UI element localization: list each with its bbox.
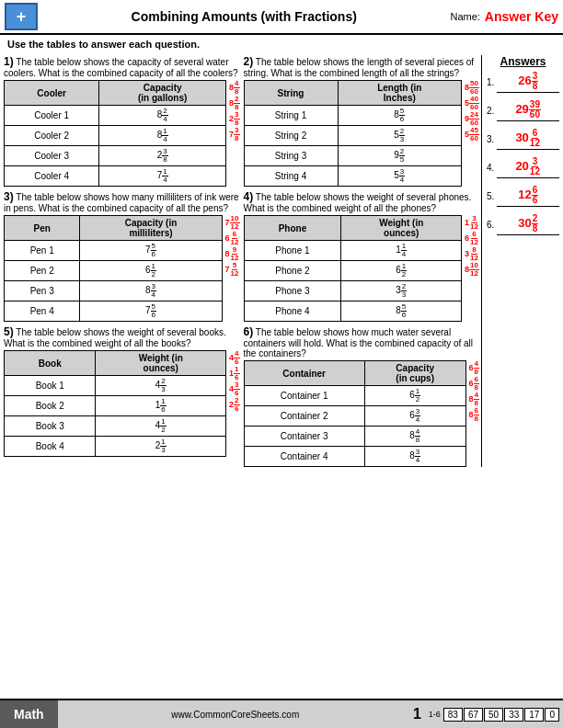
q3-table: Pen Capacity (inmilliliters) Pen 1 756 P… [4,215,223,322]
footer-page-number: 1 [413,706,421,722]
instruction-text: Use the tables to answer each question. [0,35,563,53]
name-label: Name: [450,11,479,22]
question-2: 2) The table below shows the length of s… [244,55,480,187]
stat-0: 0 [545,708,559,722]
q1-table: Cooler Capacity(in gallons) Cooler 1 824… [4,80,226,187]
q6-text: The table below shows how much water sev… [244,327,474,358]
answers-title: Answers [487,55,559,68]
q3-num: 3) [4,190,14,203]
q6-table: Container Capacity(in cups) Container 1 … [244,360,466,467]
footer-math-label: Math [0,700,58,728]
question-4: 4) The table below shows the weight of s… [244,190,480,322]
stat-83: 83 [443,708,463,722]
q4-num: 4) [244,190,254,203]
q2-text: The table below shows the length of seve… [244,57,475,78]
answer-2: 2. 293960 [487,100,559,121]
stat-67: 67 [464,708,483,722]
answer-6: 6. 3028 [487,214,559,235]
answer-5: 5. 1266 [487,186,559,207]
footer-stats: 1-6 83 67 50 33 17 0 [429,708,559,722]
question-5: 5) The table below shows the weight of s… [4,325,240,467]
stat-50: 50 [484,708,503,722]
answer-key-label: Answer Key [485,9,558,24]
q3-text: The table below shows how many millilite… [4,192,239,213]
footer-range: 1-6 [429,710,441,719]
footer-website: www.CommonCoreSheets.com [58,710,413,720]
footer: Math www.CommonCoreSheets.com 1 1-6 83 6… [0,699,563,728]
answer-4: 4. 20312 [487,157,559,178]
question-3: 3) The table below shows how many millil… [4,190,240,322]
question-1: 1) The table below shows the capacity of… [4,55,240,187]
page-title: Combining Amounts (with Fractions) [38,9,450,24]
answer-1: 1. 2638 [487,72,559,93]
q6-num: 6) [244,325,254,338]
q1-num: 1) [4,55,14,68]
answer-3: 3. 30612 [487,129,559,150]
q4-table: Phone Weight (inounces) Phone 1 114 Phon… [244,215,463,322]
header: + Combining Amounts (with Fractions) Nam… [0,0,563,35]
q2-num: 2) [244,55,254,68]
q4-text: The table below shows the weight of seve… [244,192,472,213]
q1-text: The table below shows the capacity of se… [4,57,238,78]
logo-icon: + [5,3,38,30]
answers-panel: Answers 1. 2638 2. 293960 3. 30612 4. [481,55,559,467]
q5-text: The table below shows the weight of seve… [4,327,226,348]
stat-33: 33 [504,708,523,722]
question-6: 6) The table below shows how much water … [244,325,480,467]
q2-table: String Length (inInches) String 1 856 St… [244,80,463,187]
stat-17: 17 [524,708,544,722]
q5-num: 5) [4,325,14,338]
q5-table: Book Weight (inounces) Book 1 423 Book 2… [4,350,226,457]
